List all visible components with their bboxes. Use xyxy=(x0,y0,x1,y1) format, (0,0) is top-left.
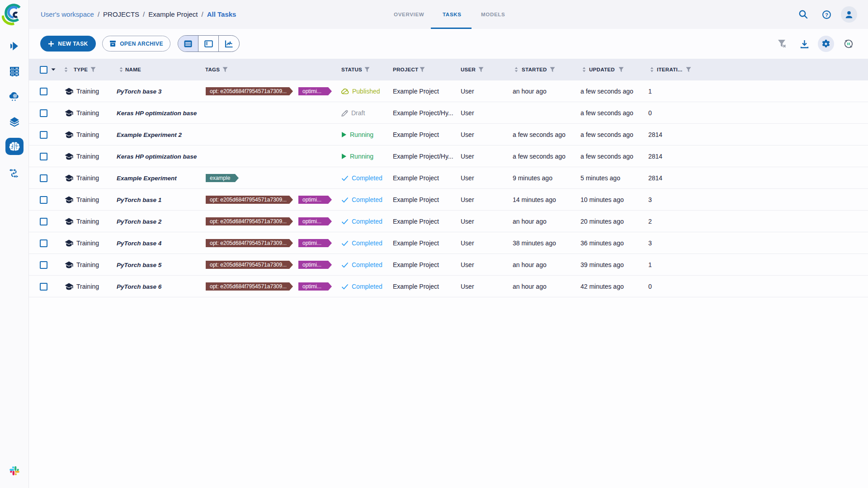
svg-text:?: ? xyxy=(825,12,828,18)
